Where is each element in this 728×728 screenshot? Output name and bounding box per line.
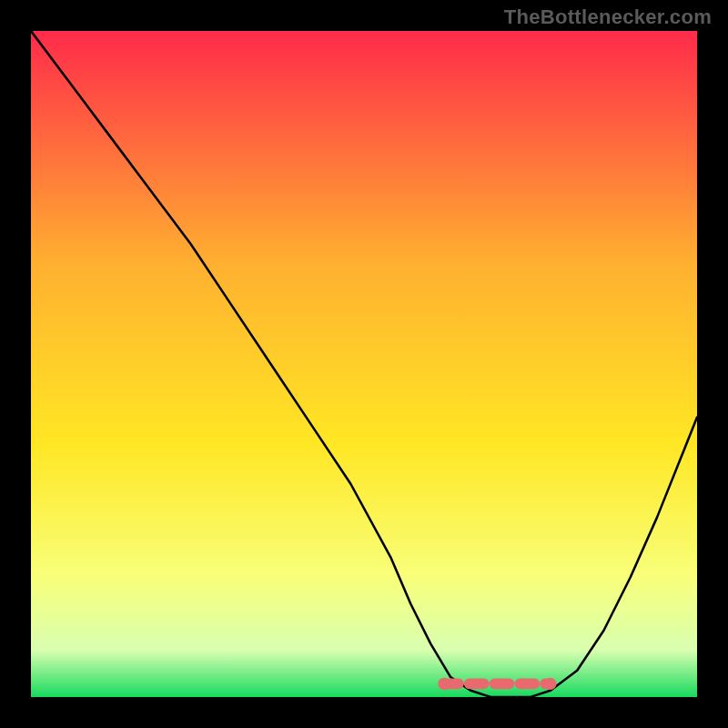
attribution-text: TheBottlenecker.com — [504, 5, 712, 29]
svg-point-1 — [438, 678, 450, 690]
chart-frame — [31, 31, 697, 697]
gradient-background — [31, 31, 697, 697]
bottleneck-chart — [31, 31, 697, 697]
chart-wrapper: TheBottlenecker.com — [0, 0, 728, 728]
svg-point-2 — [544, 678, 556, 690]
